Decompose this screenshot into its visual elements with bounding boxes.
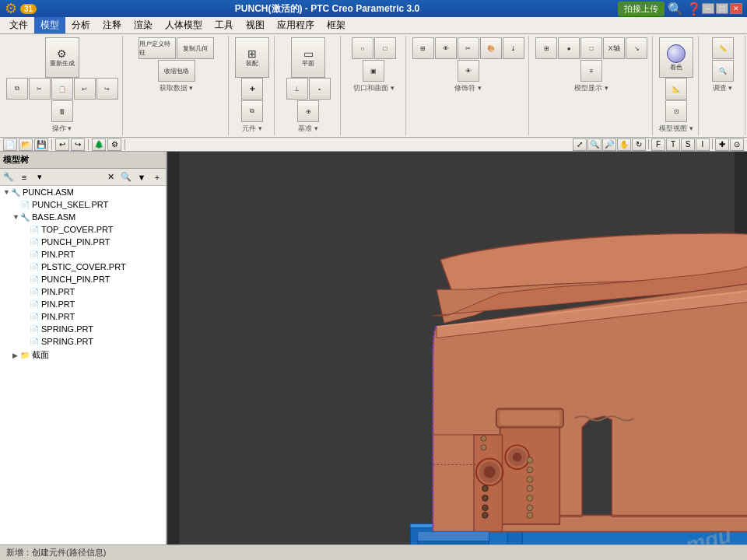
btn-sys[interactable]: ≡ <box>580 60 602 82</box>
btn-copy[interactable]: ⧉ <box>6 78 28 100</box>
btn-rotate[interactable]: ↻ <box>632 138 646 151</box>
tree-item[interactable]: 📄PLSTIC_COVER.PRT <box>0 261 166 273</box>
btn-point[interactable]: • <box>309 78 331 100</box>
btn-expand[interactable]: ⊡ <box>665 100 687 122</box>
btn-open[interactable]: 📂 <box>19 138 33 151</box>
svg-point-23 <box>481 445 486 450</box>
menu-model[interactable]: 模型 <box>34 17 65 33</box>
btn-side-view[interactable]: S <box>681 138 695 151</box>
btn-repeat[interactable]: ⧉ <box>241 100 263 122</box>
btn-3d-sphere[interactable]: 着色 <box>659 37 693 78</box>
tree-item[interactable]: ▼🔧PUNCH.ASM <box>0 186 166 198</box>
menu-apps[interactable]: 应用程序 <box>271 17 321 33</box>
tree-item[interactable]: 📄PUNCH_PIN.PRT <box>0 273 166 285</box>
btn-top-view[interactable]: T <box>666 138 680 151</box>
btn-scale-down[interactable]: ↘ <box>626 37 647 59</box>
tree-expand-icon[interactable]: ▶ <box>12 352 20 359</box>
menu-annotation[interactable]: 注释 <box>96 17 128 33</box>
search-icon[interactable]: 🔍 <box>668 2 683 16</box>
btn-ref-view[interactable]: 🔍 <box>712 60 734 82</box>
btn-zoom-fit[interactable]: ⤢ <box>573 138 587 151</box>
tree-item[interactable]: ▼🔧BASE.ASM <box>0 211 166 223</box>
btn-tree-settings[interactable]: ▾ <box>33 170 47 184</box>
btn-regenerate[interactable]: ⚙ 重新生成 <box>45 37 79 78</box>
tree-item[interactable]: 📄TOP_COVER.PRT <box>0 223 166 236</box>
btn-redo[interactable]: ↪ <box>96 78 118 100</box>
btn-axis[interactable]: ⊥ <box>286 78 308 100</box>
btn-tree-add[interactable]: + <box>150 170 164 184</box>
tree-item[interactable]: 📄SPRING.PRT <box>0 323 166 335</box>
btn-display-spec[interactable]: 👁 <box>458 60 479 82</box>
hole-icon: ○ <box>360 45 364 52</box>
btn-create[interactable]: ✚ <box>241 78 263 100</box>
menu-view[interactable]: 视图 <box>240 17 271 33</box>
btn-tree-list[interactable]: ≡ <box>17 170 31 184</box>
btn-tree-expand[interactable]: 🌲 <box>92 138 106 151</box>
btn-manage-view[interactable]: 👁 <box>435 37 457 59</box>
btn-section[interactable]: ✂ <box>458 37 479 59</box>
btn-coord[interactable]: ⊕ <box>297 100 319 122</box>
menu-render[interactable]: 渲染 <box>128 17 159 33</box>
menu-frame[interactable]: 框架 <box>321 17 352 33</box>
btn-tree-filter2[interactable]: ▼ <box>135 170 149 184</box>
btn-pan[interactable]: ✋ <box>617 138 631 151</box>
tree-item[interactable]: 📄SPRING.PRT <box>0 335 166 348</box>
tree-expand-icon[interactable]: ▼ <box>3 188 11 196</box>
btn-tree-close[interactable]: ✕ <box>103 170 117 184</box>
btn-array[interactable]: ⊞ <box>412 37 434 59</box>
tree-item[interactable]: 📄PIN.PRT <box>0 298 166 310</box>
btn-measure[interactable]: 📏 <box>712 37 734 59</box>
btn-new[interactable]: 📄 <box>3 138 17 151</box>
btn-iso-view[interactable]: I <box>696 138 710 151</box>
btn-undo[interactable]: ↩ <box>74 78 96 100</box>
btn-paste[interactable]: 📋 <box>51 78 73 100</box>
tree-item[interactable]: 📄PUNCH_SKEL.PRT <box>0 198 166 211</box>
btn-shrink-wrap[interactable]: 收缩包络 <box>158 60 195 82</box>
btn-user-feature[interactable]: 用户定义特征 <box>139 37 176 59</box>
login-button[interactable]: 拍接上传 <box>618 2 665 16</box>
btn-tree-filter[interactable]: 🔧 <box>2 170 16 184</box>
tree-item[interactable]: 📄PIN.PRT <box>0 248 166 261</box>
btn-save[interactable]: 💾 <box>34 138 48 151</box>
btn-copy-geom[interactable]: 复制几何 <box>177 37 214 59</box>
tree-item[interactable]: 📄PIN.PRT <box>0 310 166 323</box>
menu-human-model[interactable]: 人体模型 <box>159 17 209 33</box>
btn-shrink-pos[interactable]: ⤓ <box>503 37 524 59</box>
btn-assemble[interactable]: ⊞ 装配 <box>235 37 269 78</box>
btn-x-axis[interactable]: X轴 <box>603 37 625 59</box>
btn-zoom-out[interactable]: 🔎 <box>602 138 616 151</box>
menu-file[interactable]: 文件 <box>3 17 34 33</box>
btn-group[interactable]: ▣ <box>363 60 384 82</box>
btn-tree-search[interactable]: 🔍 <box>119 170 133 184</box>
help-icon[interactable]: ❓ <box>686 2 702 16</box>
btn-shaded[interactable]: ● <box>558 37 580 59</box>
btn-cut[interactable]: ✂ <box>29 78 51 100</box>
btn-explode[interactable]: ⊙ <box>730 138 744 151</box>
btn-settings[interactable]: ⚙ <box>107 138 121 151</box>
btn-named-view[interactable]: 📐 <box>665 78 687 100</box>
menu-tools[interactable]: 工具 <box>209 17 240 33</box>
btn-zoom-in[interactable]: 🔍 <box>587 138 601 151</box>
btn-undo2[interactable]: ↩ <box>55 138 69 151</box>
btn-cross-section[interactable]: ✚ <box>715 138 729 151</box>
btn-front-view[interactable]: F <box>651 138 665 151</box>
btn-outer[interactable]: 🎨 <box>480 37 502 59</box>
minimize-button[interactable]: ─ <box>702 3 714 14</box>
group-model-view-label: 模型视图 ▾ <box>659 124 693 134</box>
btn-plane[interactable]: ▭ 平面 <box>291 37 325 78</box>
btn-wireframe[interactable]: □ <box>580 37 602 59</box>
maximize-button[interactable]: □ <box>716 3 728 14</box>
tree-item[interactable]: 📄PIN.PRT <box>0 285 166 298</box>
tree-item[interactable]: 📄PUNCH_PIN.PRT <box>0 236 166 248</box>
tree-item-icon: 📄 <box>30 338 39 346</box>
btn-delete[interactable]: 🗑 <box>51 100 73 122</box>
btn-redo2[interactable]: ↪ <box>71 138 85 151</box>
btn-extrude[interactable]: □ <box>374 37 396 59</box>
tree-expand-icon[interactable]: ▼ <box>12 213 20 221</box>
tree-item[interactable]: ▶📁截面 <box>0 348 166 362</box>
viewport-3d[interactable]: 截面: XSEC0001 mgu <box>167 152 747 560</box>
close-button[interactable]: ✕ <box>730 3 742 14</box>
menu-analysis[interactable]: 分析 <box>65 17 96 33</box>
btn-split-view[interactable]: ⊞ <box>535 37 557 59</box>
btn-hole[interactable]: ○ <box>352 37 374 59</box>
